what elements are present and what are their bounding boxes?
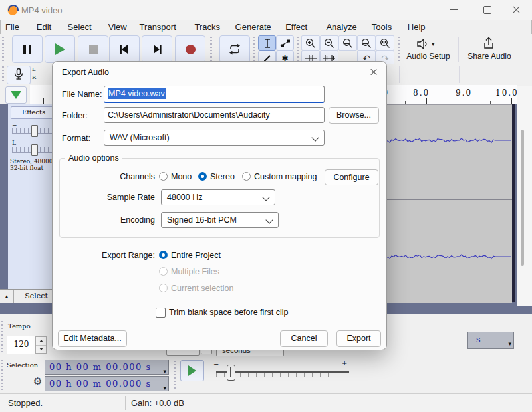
status-separator bbox=[188, 396, 188, 410]
record-meter-button[interactable] bbox=[7, 66, 31, 84]
menu-item-view[interactable]: View bbox=[108, 22, 127, 32]
browse-button[interactable]: Browse... bbox=[329, 107, 379, 124]
toolbar-grip[interactable] bbox=[1, 321, 3, 353]
collapse-track-button[interactable]: ▲ bbox=[0, 290, 14, 303]
toolbar-separator bbox=[458, 37, 459, 62]
ruler-tick-label: 8.0 bbox=[413, 88, 430, 98]
dialog-close-button[interactable] bbox=[366, 65, 381, 80]
folder-input[interactable]: C:\Users\Administrator\Documents\Audacit… bbox=[104, 107, 325, 123]
menu-item-edit[interactable]: Edit bbox=[37, 22, 51, 32]
menu-item-tools[interactable]: Tools bbox=[372, 22, 392, 32]
minimize-button[interactable] bbox=[440, 0, 468, 20]
zoom-toggle-button[interactable] bbox=[357, 35, 376, 51]
stereo-radio[interactable] bbox=[198, 172, 207, 181]
selection-end-field[interactable]: 00 h 00 m 00.000 s ▾ bbox=[45, 376, 169, 391]
skip-to-end-button[interactable] bbox=[142, 35, 172, 63]
menu-item-help[interactable]: Help bbox=[408, 22, 426, 32]
toolbar-dock: ✱ ↶ ↷ ▾ Audio Setup bbox=[0, 34, 532, 64]
format-dropdown[interactable]: WAV (Microsoft) bbox=[104, 130, 325, 146]
stereo-label: Stereo bbox=[210, 172, 235, 181]
selection-start-field[interactable]: 00 h 00 m 00.000 s ▾ bbox=[45, 360, 169, 375]
meter-left-label: L bbox=[32, 66, 35, 72]
menu-item-tracks[interactable]: Tracks bbox=[194, 22, 220, 32]
toolbar-grip[interactable] bbox=[2, 66, 4, 83]
skip-to-start-button[interactable] bbox=[109, 35, 140, 63]
toolbar-grip[interactable] bbox=[210, 37, 212, 62]
mono-radio[interactable] bbox=[159, 172, 168, 181]
share-audio-button[interactable]: Share Audio bbox=[463, 35, 516, 62]
vertical-scrollbar-thumb[interactable] bbox=[521, 130, 524, 266]
window-title: MP4 video bbox=[21, 5, 62, 15]
zoom-in-button[interactable] bbox=[301, 35, 320, 51]
tempo-label: Tempo bbox=[8, 322, 31, 330]
export-button[interactable]: Export bbox=[336, 330, 381, 347]
configure-button[interactable]: Configure bbox=[325, 169, 378, 185]
speed-slider-track[interactable] bbox=[216, 371, 349, 373]
toolbar-grip[interactable] bbox=[297, 37, 299, 62]
edit-metadata-button[interactable]: Edit Metadata... bbox=[58, 330, 127, 347]
toolbar-grip[interactable] bbox=[253, 37, 255, 62]
play-button[interactable] bbox=[45, 35, 75, 63]
cancel-button[interactable]: Cancel bbox=[280, 330, 328, 347]
zoom-toggle-icon bbox=[361, 38, 372, 49]
toolbar-grip[interactable] bbox=[174, 361, 176, 390]
menu-item-analyze[interactable]: Analyze bbox=[326, 22, 356, 32]
menu-item-generate[interactable]: Generate bbox=[235, 22, 271, 32]
zoom-out-button[interactable] bbox=[320, 35, 338, 51]
file-name-input[interactable]: MP4 video.wav bbox=[104, 86, 325, 103]
sample-rate-dropdown[interactable]: 48000 Hz bbox=[161, 189, 275, 205]
record-button[interactable] bbox=[175, 35, 205, 63]
skip-to-end-icon bbox=[150, 43, 164, 56]
maximize-button[interactable] bbox=[473, 0, 501, 20]
ruler-tick-label: 10.0 bbox=[495, 88, 519, 98]
format-value: WAV (Microsoft) bbox=[110, 133, 170, 142]
pause-icon bbox=[23, 45, 31, 54]
toolbar-grip[interactable] bbox=[2, 37, 4, 62]
audio-position-field[interactable]: s ▾ bbox=[467, 332, 514, 349]
encoding-dropdown[interactable]: Signed 16-bit PCM bbox=[161, 212, 279, 228]
loop-button[interactable] bbox=[219, 35, 250, 63]
tempo-spinner[interactable] bbox=[35, 336, 47, 354]
toolbar-grip[interactable] bbox=[1, 360, 3, 390]
trim-blank-space-label: Trim blank space before first clip bbox=[169, 308, 288, 317]
meter-right-label: R bbox=[32, 74, 36, 80]
fit-project-icon bbox=[380, 38, 390, 49]
current-selection-label: Current selection bbox=[171, 284, 234, 293]
menu-item-effect[interactable]: Effect bbox=[285, 22, 307, 32]
zoom-selection-button[interactable] bbox=[338, 35, 357, 51]
dropdown-arrow-icon: ▾ bbox=[432, 41, 435, 47]
gain-slider-thumb[interactable] bbox=[31, 125, 38, 137]
track-format-line2: 32-bit float bbox=[10, 165, 43, 171]
close-button[interactable] bbox=[503, 0, 531, 20]
stop-button[interactable] bbox=[78, 35, 108, 63]
sample-rate-value: 48000 Hz bbox=[167, 193, 203, 202]
pan-slider-thumb[interactable] bbox=[31, 144, 38, 156]
speed-plus-label: + bbox=[342, 360, 347, 367]
menu-item-select[interactable]: Select bbox=[68, 22, 92, 32]
tempo-value-field[interactable]: 120 bbox=[7, 336, 36, 354]
effects-button[interactable]: Effects bbox=[11, 106, 57, 119]
pinned-playhead-button[interactable] bbox=[5, 86, 27, 104]
toolbar-separator bbox=[459, 66, 460, 83]
vertical-scrollbar[interactable] bbox=[517, 86, 532, 306]
trim-blank-space-checkbox[interactable] bbox=[156, 308, 166, 318]
toolbar-grip[interactable] bbox=[398, 37, 400, 62]
custom-mapping-radio[interactable] bbox=[242, 172, 251, 181]
fit-project-button[interactable] bbox=[376, 35, 394, 51]
selection-tool-button[interactable] bbox=[258, 35, 276, 51]
menu-item-transport[interactable]: Transport bbox=[140, 22, 176, 32]
maximize-icon bbox=[483, 6, 491, 14]
menu-item-file[interactable]: File bbox=[5, 22, 19, 32]
file-name-value: MP4 video.wav bbox=[108, 88, 166, 99]
pause-button[interactable] bbox=[12, 35, 43, 63]
tempo-down-button[interactable] bbox=[36, 345, 46, 353]
speed-slider-thumb[interactable] bbox=[227, 365, 235, 381]
envelope-tool-button[interactable] bbox=[276, 35, 294, 51]
audio-setup-button[interactable]: ▾ Audio Setup bbox=[403, 35, 454, 62]
entire-project-radio[interactable] bbox=[159, 251, 168, 259]
play-at-speed-button[interactable] bbox=[180, 360, 204, 381]
minimize-icon bbox=[450, 9, 458, 10]
gear-icon[interactable]: ⚙ bbox=[33, 375, 42, 387]
title-bar[interactable]: MP4 video bbox=[0, 0, 532, 20]
custom-mapping-label: Custom mapping bbox=[254, 172, 317, 181]
